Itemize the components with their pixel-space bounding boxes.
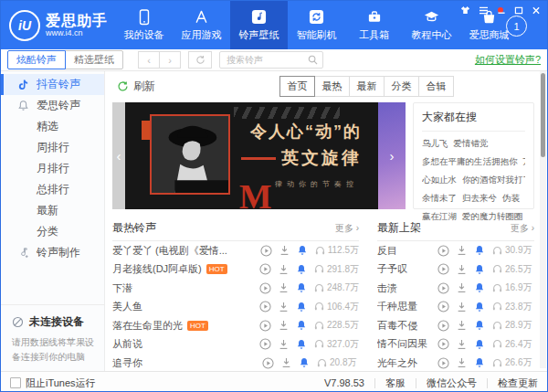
play-button[interactable] bbox=[259, 320, 271, 332]
search-term[interactable]: 万爱千恩 bbox=[523, 156, 526, 166]
download-button[interactable] bbox=[457, 282, 467, 293]
play-button[interactable] bbox=[437, 320, 449, 332]
download-button[interactable] bbox=[457, 320, 467, 331]
ringtone-name[interactable]: 追寻你 bbox=[112, 356, 262, 370]
maximize-button[interactable] bbox=[514, 6, 523, 15]
search-term[interactable]: 多想在平庸的生活拥抱你 bbox=[422, 156, 518, 166]
play-button[interactable] bbox=[437, 301, 449, 313]
carousel-next-arrow[interactable]: › bbox=[378, 102, 406, 209]
download-button[interactable] bbox=[281, 357, 291, 368]
sidebar-item-featured[interactable]: 精选 bbox=[1, 116, 104, 137]
search-term[interactable]: 归去来兮 bbox=[462, 193, 497, 203]
download-button[interactable] bbox=[457, 357, 467, 368]
sidebar-item-monthly-rank[interactable]: 月排行 bbox=[1, 158, 104, 179]
scrollbar-thumb[interactable] bbox=[541, 73, 545, 157]
download-button[interactable] bbox=[457, 264, 467, 275]
tab-cool-ringtone[interactable]: 炫酷铃声 bbox=[7, 50, 66, 69]
banner-slide[interactable]: 令人心“动”的 英文旋律 律动你的节奏控 M bbox=[125, 102, 378, 209]
ringtone-name[interactable]: 美人鱼 bbox=[112, 300, 259, 313]
tab-newest[interactable]: 最新 bbox=[349, 76, 385, 97]
ringtone-name[interactable]: 反目 bbox=[377, 244, 437, 258]
nav-tutorial-center[interactable]: 教程中心 bbox=[403, 1, 460, 49]
tab-featured-wallpaper[interactable]: 精选壁纸 bbox=[65, 50, 123, 69]
download-button[interactable] bbox=[279, 320, 289, 331]
ringtone-name[interactable]: 下潜 bbox=[112, 281, 259, 295]
forward-button[interactable]: › bbox=[159, 51, 181, 69]
download-button[interactable] bbox=[457, 339, 467, 350]
sidebar-item-categories[interactable]: 分类 bbox=[1, 221, 104, 242]
set-ringtone-bell-button[interactable] bbox=[474, 339, 485, 350]
ringtone-name[interactable]: 爱丫爱丫 (电视剧《爱情... bbox=[112, 244, 260, 258]
play-button[interactable] bbox=[437, 282, 449, 294]
carousel-prev-arrow[interactable]: ‹ bbox=[112, 102, 125, 209]
minimize-button[interactable] bbox=[497, 6, 506, 15]
search-input[interactable] bbox=[225, 54, 308, 66]
close-button[interactable] bbox=[532, 6, 541, 15]
how-to-set-ringtone-link[interactable]: 如何设置铃声? bbox=[475, 53, 541, 67]
play-button[interactable] bbox=[259, 282, 271, 294]
download-button[interactable] bbox=[279, 282, 289, 293]
set-ringtone-bell-button[interactable] bbox=[296, 339, 307, 350]
search-term[interactable]: 你的酒馆对我打了烊 bbox=[462, 175, 525, 185]
sidebar-item-aisi-ringtone[interactable]: 爱思铃声 bbox=[1, 95, 104, 116]
tab-collection[interactable]: 合辑 bbox=[418, 76, 454, 97]
play-button[interactable] bbox=[437, 357, 449, 369]
play-button[interactable] bbox=[437, 263, 449, 275]
ringtone-name[interactable]: 千种思量 bbox=[377, 300, 437, 313]
sidebar-item-ringtone-maker[interactable]: 铃声制作 bbox=[1, 242, 104, 263]
ringtone-name[interactable]: 光年之外 bbox=[377, 356, 437, 370]
ringtone-name[interactable]: 落在生命里的光 HOT bbox=[112, 319, 259, 333]
nav-app-games[interactable]: 应用游戏 bbox=[173, 1, 230, 49]
tab-category[interactable]: 分类 bbox=[384, 76, 419, 97]
sidebar-item-weekly-rank[interactable]: 周排行 bbox=[1, 137, 104, 158]
play-button[interactable] bbox=[260, 245, 272, 257]
set-ringtone-bell-button[interactable] bbox=[296, 264, 307, 275]
check-update-link[interactable]: 检查更新 bbox=[498, 376, 538, 390]
search-term[interactable]: 余情未了 bbox=[422, 193, 457, 203]
page-refresh-button[interactable] bbox=[188, 51, 212, 69]
set-ringtone-bell-button[interactable] bbox=[474, 264, 485, 275]
play-button[interactable] bbox=[262, 357, 274, 369]
wechat-official-link[interactable]: 微信公众号 bbox=[427, 376, 477, 390]
play-button[interactable] bbox=[437, 245, 449, 257]
back-button[interactable]: ‹ bbox=[138, 51, 160, 69]
set-ringtone-bell-button[interactable] bbox=[474, 302, 485, 313]
download-button[interactable] bbox=[279, 245, 290, 256]
nav-ringtone-wallpaper[interactable]: 铃声壁纸 bbox=[230, 1, 288, 49]
ringtone-name[interactable]: 子予叹 bbox=[377, 262, 437, 276]
search-term[interactable]: 鸟儿飞 bbox=[422, 138, 448, 148]
carousel-banner[interactable]: ‹ 令人心“动”的 英文旋律 律动你的节奏控 M bbox=[112, 102, 406, 209]
play-button[interactable] bbox=[437, 338, 449, 350]
play-button[interactable] bbox=[259, 338, 271, 350]
more-link[interactable]: 更多 › bbox=[335, 222, 359, 235]
message-count-badge[interactable]: 1 bbox=[506, 16, 527, 37]
play-button[interactable] bbox=[259, 263, 271, 275]
tab-hottest[interactable]: 最热 bbox=[314, 76, 350, 97]
download-button[interactable] bbox=[457, 245, 467, 256]
set-ringtone-bell-button[interactable] bbox=[474, 282, 485, 293]
ringtone-name[interactable]: 月老接线(DJ阿卓版) HOT bbox=[112, 262, 259, 276]
customer-service-link[interactable]: 客服 bbox=[385, 376, 406, 390]
more-link[interactable]: 更多 › bbox=[511, 222, 534, 235]
search-term[interactable]: 爱情错觉 bbox=[454, 138, 489, 148]
theme-skin-icon[interactable] bbox=[460, 5, 470, 15]
set-ringtone-bell-button[interactable] bbox=[297, 245, 308, 256]
nav-my-device[interactable]: 我的设备 bbox=[115, 1, 173, 49]
download-button[interactable] bbox=[457, 302, 467, 313]
block-itunes-checkbox[interactable] bbox=[10, 377, 21, 388]
play-button[interactable] bbox=[259, 301, 271, 313]
set-ringtone-bell-button[interactable] bbox=[296, 320, 307, 331]
ringtone-name[interactable]: 击溃 bbox=[377, 281, 437, 295]
sidebar-item-douyin-ringtone[interactable]: 抖音铃声 bbox=[1, 74, 104, 95]
sidebar-item-total-rank[interactable]: 总排行 bbox=[1, 179, 104, 200]
download-button[interactable] bbox=[279, 302, 289, 313]
download-button[interactable] bbox=[279, 339, 289, 350]
set-ringtone-bell-button[interactable] bbox=[474, 245, 485, 256]
search-term[interactable]: 心如止水 bbox=[422, 175, 457, 185]
ringtone-name[interactable]: 从前说 bbox=[112, 337, 259, 351]
refresh-button[interactable]: 刷新 bbox=[117, 79, 155, 94]
sidebar-item-newest[interactable]: 最新 bbox=[1, 200, 104, 221]
set-ringtone-bell-button[interactable] bbox=[299, 357, 310, 368]
nav-toolbox[interactable]: 工具箱 bbox=[345, 1, 403, 49]
ringtone-name[interactable]: 百毒不侵 bbox=[377, 319, 437, 333]
